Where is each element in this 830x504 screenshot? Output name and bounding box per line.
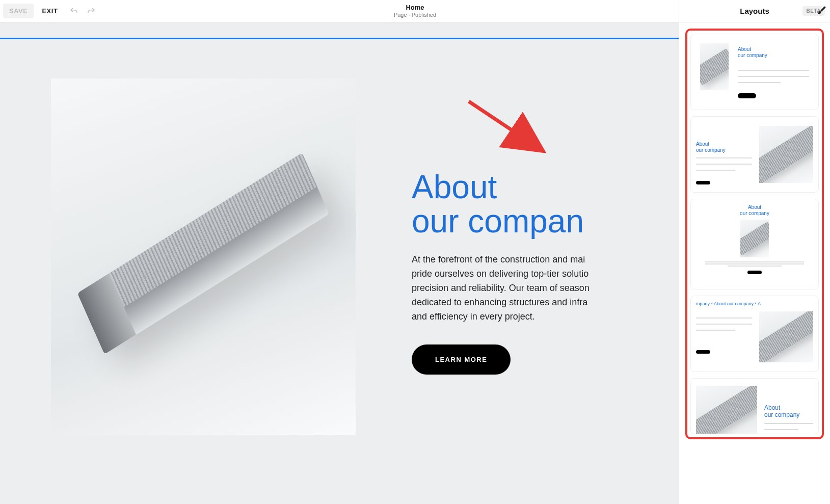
brush-icon <box>817 5 827 15</box>
learn-more-button[interactable]: LEARN MORE <box>412 344 511 375</box>
layout-thumb-image <box>759 311 813 362</box>
layout-thumb-cta <box>747 271 762 274</box>
annotation-highlight-box: About our company About our company <box>685 29 824 439</box>
undo-button[interactable] <box>67 4 81 18</box>
about-heading[interactable]: About our compan <box>412 170 590 238</box>
layout-option[interactable]: About our company <box>690 116 819 193</box>
hero-image-subject <box>77 153 329 354</box>
hero-image[interactable] <box>51 78 356 435</box>
redo-icon <box>87 7 96 16</box>
layouts-panel: Layouts BETA About our company About our… <box>679 0 830 504</box>
undo-icon <box>69 7 78 16</box>
layout-option[interactable]: About our company <box>690 34 819 110</box>
layout-option[interactable]: About our company <box>690 378 819 434</box>
layouts-panel-header: Layouts BETA <box>679 0 830 22</box>
layout-thumb-image <box>700 43 729 90</box>
layout-thumb-marquee: mpany * About our company * A <box>696 301 813 306</box>
redo-button[interactable] <box>84 4 98 18</box>
layout-option[interactable]: mpany * About our company * A <box>690 296 819 372</box>
layout-thumb-title: About our company <box>740 204 769 217</box>
layout-option[interactable]: About our company <box>690 199 819 289</box>
layout-thumb-title: About our company <box>696 141 752 153</box>
page-title: Home <box>394 4 436 12</box>
layout-thumb-cta <box>696 350 710 354</box>
layout-thumb-image <box>740 220 769 257</box>
exit-button[interactable]: EXIT <box>36 4 64 18</box>
layout-thumb-cta <box>738 93 756 98</box>
layout-thumb-title: About our company <box>764 404 813 419</box>
layout-thumb-title: About our company <box>738 46 809 59</box>
page-title-group[interactable]: Home Page · Published <box>394 4 436 18</box>
about-copy: About our compan At the forefront of the… <box>356 78 590 375</box>
save-button[interactable]: SAVE <box>3 4 34 18</box>
layout-thumb-cta <box>696 181 710 184</box>
layout-thumb-image <box>696 386 757 434</box>
layouts-panel-body[interactable]: About our company About our company <box>679 22 830 504</box>
page-status: Page · Published <box>394 12 436 18</box>
layout-thumb-image <box>759 126 813 183</box>
design-panel-toggle[interactable] <box>815 3 829 17</box>
layouts-panel-title: Layouts <box>740 7 769 15</box>
about-body[interactable]: At the forefront of the construction and… <box>412 253 590 324</box>
